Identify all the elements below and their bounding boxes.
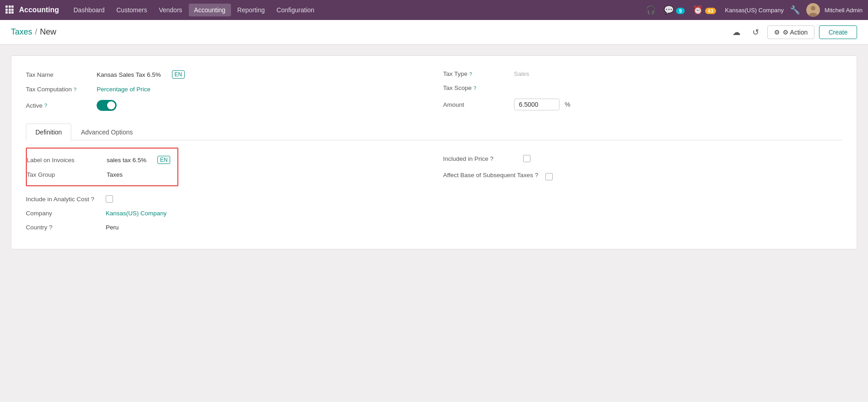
included-in-price-row: Included in Price ? (443, 151, 843, 166)
svg-rect-1 (9, 5, 11, 8)
wrench-icon[interactable]: 🔧 (788, 3, 802, 17)
grid-icon[interactable] (5, 5, 14, 15)
breadcrumb-parent[interactable]: Taxes (11, 27, 32, 37)
cloud-icon[interactable]: ☁ (729, 25, 744, 39)
definition-right: Included in Price ? Affect Base of Subse… (443, 148, 843, 184)
chat-badge: 9 (676, 8, 684, 14)
create-button[interactable]: Create (819, 25, 857, 39)
label-on-invoices-value[interactable]: sales tax 6.5% (107, 157, 147, 164)
nav-reporting[interactable]: Reporting (232, 4, 270, 16)
amount-unit: % (565, 101, 570, 108)
svg-rect-5 (11, 9, 14, 11)
tax-computation-help[interactable]: ? (74, 87, 76, 92)
amount-input[interactable] (514, 99, 559, 110)
affect-base-label: Affect Base of Subsequent Taxes ? (443, 171, 539, 180)
tax-type-value[interactable]: Sales (514, 70, 530, 77)
svg-rect-0 (5, 5, 8, 8)
affect-base-row: Affect Base of Subsequent Taxes ? (443, 166, 843, 184)
definition-left: Label on Invoices sales tax 6.5% EN Tax … (26, 148, 425, 234)
label-en-badge[interactable]: EN (157, 156, 171, 164)
include-analytic-help[interactable]: ? (91, 196, 94, 203)
active-label: Active ? (26, 102, 89, 109)
nav-menu: Dashboard Customers Vendors Accounting R… (68, 4, 642, 16)
nav-customers[interactable]: Customers (111, 4, 153, 16)
highlight-box: Label on Invoices sales tax 6.5% EN Tax … (26, 148, 178, 186)
company-row: Company Kansas(US) Company (26, 206, 425, 220)
country-row: Country ? Peru (26, 220, 425, 234)
tax-computation-value[interactable]: Percentage of Price (97, 86, 151, 93)
en-badge[interactable]: EN (172, 70, 185, 79)
svg-point-10 (811, 6, 815, 10)
form-left: Tax Name Kansas Sales Tax 6.5% EN Tax Co… (26, 67, 425, 114)
form-grid: Tax Name Kansas Sales Tax 6.5% EN Tax Co… (26, 67, 842, 114)
svg-rect-2 (11, 5, 14, 8)
tab-definition[interactable]: Definition (26, 124, 71, 140)
tabs: Definition Advanced Options (26, 124, 842, 140)
action-button[interactable]: ⚙ ⚙ Action (767, 25, 814, 39)
activity-badge: 43 (705, 8, 716, 14)
company-value[interactable]: Kansas(US) Company (106, 210, 167, 217)
tax-scope-help[interactable]: ? (474, 85, 476, 91)
username: Mitchell Admin (824, 7, 863, 14)
svg-rect-4 (9, 9, 11, 11)
amount-row: Amount % (443, 95, 843, 114)
action-label: ⚙ Action (783, 29, 808, 36)
svg-rect-8 (11, 11, 14, 14)
tax-name-label: Tax Name (26, 71, 89, 78)
tax-computation-label: Tax Computation ? (26, 86, 89, 93)
active-toggle[interactable] (97, 100, 117, 111)
label-on-invoices-row: Label on Invoices sales tax 6.5% EN (27, 152, 170, 168)
tax-type-help[interactable]: ? (469, 71, 472, 77)
form-card: Tax Name Kansas Sales Tax 6.5% EN Tax Co… (11, 55, 857, 249)
included-price-help[interactable]: ? (490, 155, 494, 162)
top-nav: Accounting Dashboard Customers Vendors A… (0, 0, 868, 20)
tax-group-row: Tax Group Taxes (27, 168, 170, 182)
tax-computation-row: Tax Computation ? Percentage of Price (26, 82, 425, 96)
include-analytic-checkbox[interactable] (106, 195, 113, 203)
included-in-price-label: Included in Price ? (443, 155, 516, 162)
nav-configuration[interactable]: Configuration (271, 4, 320, 16)
support-icon[interactable]: 🎧 (644, 3, 657, 17)
tax-type-label: Tax Type ? (443, 70, 507, 77)
svg-rect-7 (9, 11, 11, 14)
tax-scope-label: Tax Scope ? (443, 84, 507, 91)
tax-type-row: Tax Type ? Sales (443, 67, 843, 81)
app-name[interactable]: Accounting (19, 6, 59, 14)
refresh-icon[interactable]: ↺ (749, 25, 763, 39)
included-in-price-checkbox[interactable] (523, 155, 530, 162)
country-help[interactable]: ? (49, 224, 53, 231)
subheader: Taxes / New ☁ ↺ ⚙ ⚙ Action Create (0, 20, 868, 45)
tab-advanced-options[interactable]: Advanced Options (71, 124, 142, 140)
country-value[interactable]: Peru (106, 224, 119, 231)
topnav-right: 🎧 💬 9 ⏰ 43 Kansas(US) Company 🔧 Mitchell… (644, 3, 863, 17)
country-label: Country ? (26, 224, 98, 231)
company-label: Company (26, 210, 98, 217)
affect-base-help[interactable]: ? (535, 172, 539, 179)
label-on-invoices-label: Label on Invoices (27, 157, 99, 164)
amount-label: Amount (443, 101, 507, 108)
company-name[interactable]: Kansas(US) Company (725, 7, 784, 14)
avatar[interactable] (806, 3, 820, 17)
breadcrumb-current: New (40, 27, 56, 37)
chat-icon[interactable]: 💬 9 (662, 3, 686, 17)
svg-rect-3 (5, 9, 8, 11)
breadcrumb-separator: / (35, 27, 37, 37)
nav-dashboard[interactable]: Dashboard (68, 4, 110, 16)
include-analytic-row: Include in Analytic Cost ? (26, 192, 425, 206)
tax-group-value[interactable]: Taxes (107, 171, 123, 178)
include-analytic-label: Include in Analytic Cost ? (26, 196, 98, 203)
tab-content-definition: Label on Invoices sales tax 6.5% EN Tax … (26, 140, 842, 234)
tax-name-row: Tax Name Kansas Sales Tax 6.5% EN (26, 67, 425, 82)
active-help[interactable]: ? (44, 103, 47, 108)
activity-icon[interactable]: ⏰ 43 (691, 3, 718, 17)
tax-name-value[interactable]: Kansas Sales Tax 6.5% (97, 71, 161, 78)
main-content: Tax Name Kansas Sales Tax 6.5% EN Tax Co… (0, 45, 868, 260)
amount-field: % (514, 99, 570, 110)
affect-base-checkbox[interactable] (545, 173, 553, 180)
subheader-actions: ☁ ↺ ⚙ ⚙ Action Create (729, 25, 857, 39)
form-right: Tax Type ? Sales Tax Scope ? Amount (443, 67, 843, 114)
breadcrumb: Taxes / New (11, 27, 56, 37)
tax-scope-row: Tax Scope ? (443, 81, 843, 95)
nav-accounting[interactable]: Accounting (189, 4, 231, 16)
nav-vendors[interactable]: Vendors (153, 4, 187, 16)
